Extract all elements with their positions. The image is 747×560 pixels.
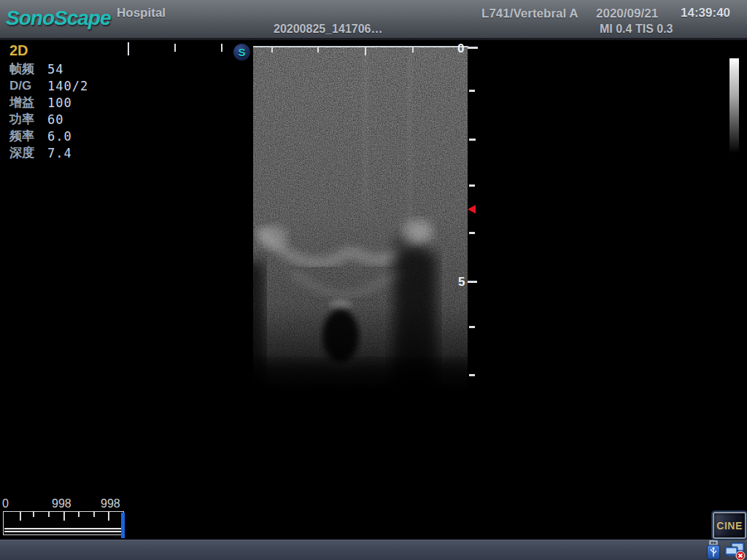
depth-tick [469,232,475,234]
ultrasound-image[interactable] [253,46,468,392]
focus-marker-icon[interactable] [468,205,476,214]
param-row-power: 功率 60 [9,111,88,128]
ruler-tick [271,47,273,52]
parameter-panel: 帧频 54 D/G 140/2 增益 100 功率 60 频率 6.0 深度 7… [9,61,88,161]
cine-position-indicator[interactable] [121,513,125,538]
ruler-tick [174,44,176,52]
cine-tick-major [20,512,21,521]
depth-tick [469,326,475,328]
ruler-tick [412,47,414,52]
depth-label-top: 0 [457,42,464,56]
brand-logo: SonoScape [6,7,110,30]
cine-tick-major [63,512,65,521]
orientation-marker-icon: S [233,44,250,61]
param-label: 频率 [9,128,47,144]
cine-tick [48,512,50,517]
param-row-framerate: 帧频 54 [9,61,88,77]
probe-preset: L741/Vertebral A [481,7,578,21]
param-value: 6.0 [47,129,72,144]
param-value: 60 [47,112,63,127]
depth-tick [469,374,475,376]
cine-tick [93,512,95,517]
mi-tis-readout: MI 0.4 TIS 0.3 [600,23,673,36]
param-value: 54 [47,62,63,77]
hospital-name: Hospital [117,6,166,20]
cine-tick-major [108,512,109,521]
depth-tick-major [468,281,477,283]
ultrasound-render [253,46,468,392]
depth-tick-major [468,47,478,49]
param-label: 功率 [9,111,47,128]
title-bar: SonoScape Hospital 20200825_141706… L741… [0,0,747,40]
depth-tick [469,184,475,187]
param-value: 7.4 [47,146,72,160]
ruler-tick [221,44,222,52]
depth-label-mid: 5 [458,275,465,289]
exam-time: 14:39:40 [681,6,730,20]
cine-button[interactable]: CINE [713,512,746,539]
param-label: 帧频 [9,61,47,77]
cine-tick [78,512,80,517]
cine-frame-total: 998 [101,497,120,510]
exam-id: 20200825_141706… [274,23,382,36]
param-row-frequency: 频率 6.0 [9,128,88,144]
cine-track [4,528,122,532]
cine-frame-current: 998 [52,497,71,510]
ultrasound-screen: SonoScape Hospital 20200825_141706… L741… [0,0,747,560]
cine-frame-start: 0 [2,497,9,510]
ruler-tick [365,47,366,55]
taskbar [0,540,747,560]
param-value: 140/2 [47,79,88,93]
param-label: 深度 [9,144,47,161]
ruler-tick [317,47,319,52]
grayscale-bar [729,58,739,153]
param-label: 增益 [9,94,47,111]
param-label: D/G [9,79,47,93]
top-ruler [253,46,468,47]
network-error-icon[interactable] [723,542,746,560]
cine-tick [33,512,34,517]
exam-date: 2020/09/21 [596,7,658,21]
param-value: 100 [47,96,72,110]
mode-label: 2D [9,42,28,59]
param-row-gain: 增益 100 [9,94,88,111]
cine-ruler[interactable] [3,511,124,535]
depth-tick [469,139,476,141]
param-row-depth: 深度 7.4 [9,144,88,161]
usb-icon[interactable] [705,540,722,560]
depth-tick [469,90,475,92]
param-row-dg: D/G 140/2 [9,77,88,94]
ruler-tick [128,42,129,55]
